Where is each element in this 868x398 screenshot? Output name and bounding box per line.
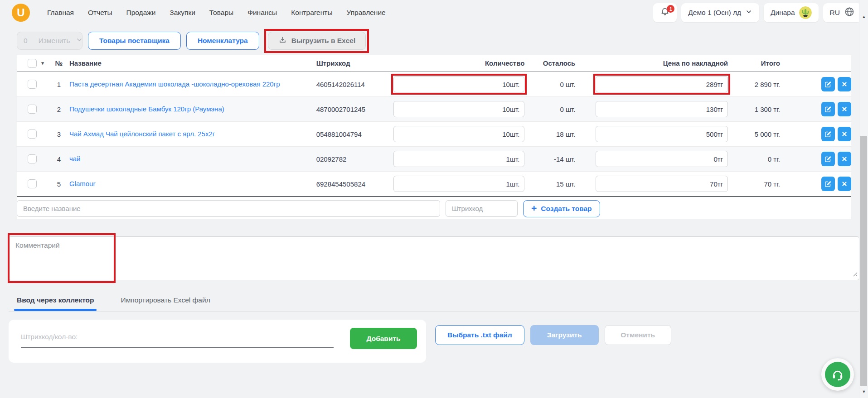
table-row: 3 Чай Ахмад Чай цейлонский пакет с ярл. … [17, 122, 851, 147]
tabs-divider [9, 311, 859, 312]
cancel-button[interactable]: Отменить [605, 325, 671, 345]
row-checkbox[interactable] [28, 80, 37, 89]
menu-item-finance[interactable]: Финансы [247, 9, 277, 17]
product-link[interactable]: чай [69, 154, 316, 164]
remaining-value: 18 шт. [524, 130, 575, 138]
add-product-row: + Создать товар [17, 197, 851, 219]
edit-row-button[interactable] [821, 127, 835, 141]
edit-row-button[interactable] [821, 152, 835, 166]
delete-row-button[interactable] [838, 77, 851, 91]
product-link[interactable]: Паста десертная Академия шоколада -шокол… [69, 79, 316, 89]
scroll-up-icon[interactable]: ▲ [859, 14, 868, 19]
bulk-change-label: Изменить [39, 37, 70, 45]
edit-row-button[interactable] [821, 77, 835, 91]
company-selector-label: Демо 1 (Осн) лд [688, 9, 741, 17]
create-product-button[interactable]: + Создать товар [523, 200, 600, 217]
comment-textarea[interactable] [9, 236, 859, 280]
globe-icon [844, 6, 855, 19]
select-all-caret-icon[interactable]: ▾ [37, 60, 48, 66]
header-name: Название [69, 58, 316, 68]
delete-row-button[interactable] [838, 152, 851, 166]
comment-section [9, 236, 859, 282]
menu-item-counterparties[interactable]: Контрагенты [291, 9, 332, 17]
price-input[interactable] [596, 126, 728, 142]
language-selector[interactable]: RU [823, 3, 862, 22]
header-barcode: Штрихкод [316, 59, 393, 67]
row-checkbox[interactable] [28, 154, 37, 163]
row-checkbox[interactable] [28, 129, 37, 139]
scrollbar-thumb[interactable] [860, 136, 867, 386]
chevron-down-icon [76, 36, 83, 45]
notifications-button[interactable]: 1 [653, 3, 677, 22]
table-row: 4 чай 02092782 -14 шт. 0 тг. [17, 147, 851, 172]
product-link[interactable]: Glamour [69, 179, 316, 189]
row-num: 1 [48, 81, 69, 88]
avatar [799, 6, 812, 19]
select-all-checkbox[interactable] [28, 59, 37, 68]
price-input[interactable] [596, 76, 728, 92]
product-link[interactable]: Чай Ахмад Чай цейлонский пакет с ярл. 25… [69, 129, 316, 139]
header-num: № [48, 59, 69, 67]
header-total: Итого [728, 59, 780, 67]
row-checkbox[interactable] [28, 105, 37, 114]
resize-handle-icon[interactable] [853, 270, 858, 278]
quantity-input[interactable] [393, 126, 525, 142]
price-input[interactable] [596, 176, 728, 192]
download-icon [278, 36, 287, 46]
company-selector[interactable]: Демо 1 (Осн) лд [681, 3, 759, 22]
menu-item-products[interactable]: Товары [209, 9, 233, 17]
menu-item-sales[interactable]: Продажи [126, 9, 156, 17]
choose-txt-file-button[interactable]: Выбрать .txt файл [435, 325, 524, 345]
menu-item-reports[interactable]: Отчеты [88, 9, 112, 17]
scrollbar[interactable]: ▲ ▼ [859, 0, 868, 398]
nomenclature-label: Номенклатура [198, 37, 248, 45]
page: U Главная Отчеты Продажи Закупки Товары … [0, 0, 868, 398]
barcode-value: 4605142026114 [316, 81, 393, 88]
nomenclature-button[interactable]: Номенклатура [186, 32, 259, 50]
support-chat-button[interactable] [821, 358, 854, 391]
app-logo[interactable]: U [12, 4, 30, 22]
export-excel-button[interactable]: Выгрузить в Excel [268, 32, 366, 50]
menu-item-management[interactable]: Управление [347, 9, 386, 17]
topbar-right: 1 Демо 1 (Осн) лд Динара [653, 3, 862, 22]
product-link[interactable]: Подушечки шоколадные Бамбук 120гр (Раумэ… [69, 104, 316, 114]
barcode-value: 4870002701245 [316, 105, 393, 113]
edit-row-button[interactable] [821, 102, 835, 116]
barcode-value: 054881004794 [316, 130, 393, 138]
row-checkbox[interactable] [28, 179, 37, 188]
table-row: 1 Паста десертная Академия шоколада -шок… [17, 72, 851, 97]
new-product-barcode-input[interactable] [446, 200, 518, 217]
quantity-input[interactable] [393, 151, 525, 167]
upload-button[interactable]: Загрузить [530, 325, 599, 345]
bulk-change-button[interactable]: 0 Изменить [17, 32, 82, 50]
new-product-name-input[interactable] [17, 200, 440, 217]
quantity-input[interactable] [393, 76, 525, 92]
row-num: 2 [48, 105, 69, 113]
delete-row-button[interactable] [838, 177, 851, 191]
table-row: 5 Glamour 6928454505824 15 шт. 70 тг. [17, 172, 851, 197]
barcode-quantity-input[interactable] [21, 333, 334, 348]
edit-row-button[interactable] [821, 177, 835, 191]
menu-item-home[interactable]: Главная [47, 9, 74, 17]
delete-row-button[interactable] [838, 127, 851, 141]
menu-item-purchases[interactable]: Закупки [170, 9, 195, 17]
scroll-down-icon[interactable]: ▼ [859, 389, 868, 394]
products-table: ▾ № Название Штрихкод Количество Осталос… [17, 55, 851, 219]
supplier-products-label: Товары поставщика [99, 37, 170, 45]
tab-import-excel[interactable]: Импортировать Excel файл [118, 296, 213, 311]
row-num: 5 [48, 180, 69, 188]
price-input[interactable] [596, 101, 728, 117]
supplier-products-button[interactable]: Товары поставщика [88, 32, 181, 50]
total-value: 1 300 тг. [728, 105, 780, 113]
remaining-value: -14 шт. [524, 155, 575, 163]
remaining-value: 0 шт. [524, 105, 575, 113]
user-menu[interactable]: Динара [764, 3, 819, 22]
delete-row-button[interactable] [838, 102, 851, 116]
notification-badge: 1 [667, 5, 674, 13]
choose-txt-file-label: Выбрать .txt файл [447, 331, 512, 339]
add-button[interactable]: Добавить [350, 328, 417, 349]
tab-collector-input[interactable]: Ввод через коллектор [14, 296, 97, 311]
quantity-input[interactable] [393, 101, 525, 117]
price-input[interactable] [596, 151, 728, 167]
quantity-input[interactable] [393, 176, 525, 192]
